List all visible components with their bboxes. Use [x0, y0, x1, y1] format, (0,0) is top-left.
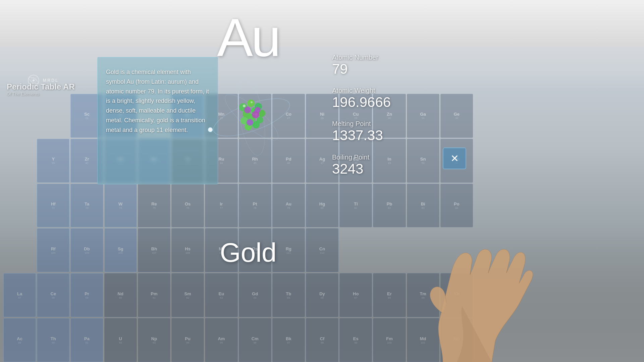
bg-cell: Th90	[37, 318, 69, 362]
bg-cell: Am95	[205, 318, 237, 362]
atomic-weight-value: 196.9666	[332, 95, 426, 110]
svg-point-21	[255, 107, 261, 113]
atomic-number-label: Atomic Number	[332, 54, 426, 61]
bg-cell: Sm62	[171, 273, 204, 317]
bg-cell: Ge32	[440, 94, 473, 138]
bg-cell: Fm100	[373, 318, 406, 362]
element-symbol: Au	[217, 7, 279, 68]
bg-cell: Es99	[339, 318, 372, 362]
bg-cell: Pu94	[171, 318, 204, 362]
close-icon: ✕	[450, 154, 459, 164]
bg-cell	[3, 184, 36, 228]
bg-cell	[373, 228, 406, 272]
hand-overlay	[416, 194, 550, 362]
bg-cell	[3, 228, 36, 272]
bg-cell: Hf72	[37, 184, 69, 228]
description-panel: Gold is a chemical element with symbol A…	[97, 57, 218, 184]
melting-point-value: 1337.33	[332, 128, 426, 143]
bg-cell: La57	[3, 273, 36, 317]
periodic-table-header: Periodic Table AR Of The Elements	[7, 82, 75, 97]
bg-cell: Rf104	[37, 228, 69, 272]
atom-model	[215, 80, 299, 164]
bg-cell: Hs108	[171, 228, 204, 272]
bg-cell: Gd64	[239, 273, 271, 317]
bg-cell: Pm61	[138, 273, 170, 317]
bg-cell: Cf98	[306, 318, 338, 362]
boiling-point-label: Boiling Point	[332, 154, 426, 161]
bg-cell: Eu63	[205, 273, 237, 317]
boiling-point-stat: Boiling Point 3243	[332, 154, 426, 177]
bg-cell: Y39	[37, 139, 69, 183]
bg-cell	[3, 139, 36, 183]
boiling-point-value: 3243	[332, 161, 426, 177]
bg-cell: Db105	[70, 228, 103, 272]
bg-cell: Np93	[138, 318, 170, 362]
close-button[interactable]: ✕	[443, 147, 466, 169]
periodic-table-title: Periodic Table AR	[7, 82, 75, 92]
svg-point-8	[247, 100, 255, 107]
atomic-weight-label: Atomic Weight	[332, 87, 426, 95]
melting-point-stat: Melting Point 1337.33	[332, 120, 426, 143]
bg-cell: Bk97	[272, 318, 305, 362]
svg-point-3	[33, 79, 35, 81]
svg-point-20	[247, 119, 253, 126]
bg-cell	[37, 94, 69, 138]
bg-cell: Cn112	[306, 228, 338, 272]
bg-cell: Pr59	[70, 273, 103, 317]
svg-point-23	[251, 101, 253, 103]
bg-cell: Bh107	[138, 228, 170, 272]
atomic-number-stat: Atomic Number 79	[332, 54, 426, 77]
svg-point-17	[252, 121, 260, 128]
bg-cell: Pa91	[70, 318, 103, 362]
bg-cell: Rg111	[272, 228, 305, 272]
atomic-number-value: 79	[332, 61, 426, 77]
atomic-weight-stat: Atomic Weight 196.9666	[332, 87, 426, 110]
hand-svg	[416, 194, 550, 362]
bg-cell: Ho67	[339, 273, 372, 317]
bg-cell: Ce58	[37, 273, 69, 317]
orbital-svg	[208, 74, 295, 161]
svg-point-22	[243, 105, 246, 107]
bg-cell: U92	[104, 318, 137, 362]
bg-cell: Sg106	[104, 228, 137, 272]
bg-cell: Cm96	[239, 318, 271, 362]
svg-point-18	[244, 107, 251, 113]
ar-overlay: Au Gold is a chemical element with symbo…	[97, 34, 399, 201]
periodic-table-subtitle: Of The Elements	[7, 92, 75, 97]
element-name: Gold	[220, 237, 277, 268]
element-description: Gold is a chemical element with symbol A…	[106, 67, 209, 135]
melting-point-label: Melting Point	[332, 120, 426, 128]
stats-panel: Atomic Number 79 Atomic Weight 196.9666 …	[332, 54, 426, 187]
bg-cell: Ac89	[3, 318, 36, 362]
bg-cell	[339, 228, 372, 272]
bg-cell: Tb65	[272, 273, 305, 317]
bg-cell: Dy66	[306, 273, 338, 317]
bg-cell: Nd60	[104, 273, 137, 317]
bg-cell	[3, 94, 36, 138]
bg-cell: Er68	[373, 273, 406, 317]
